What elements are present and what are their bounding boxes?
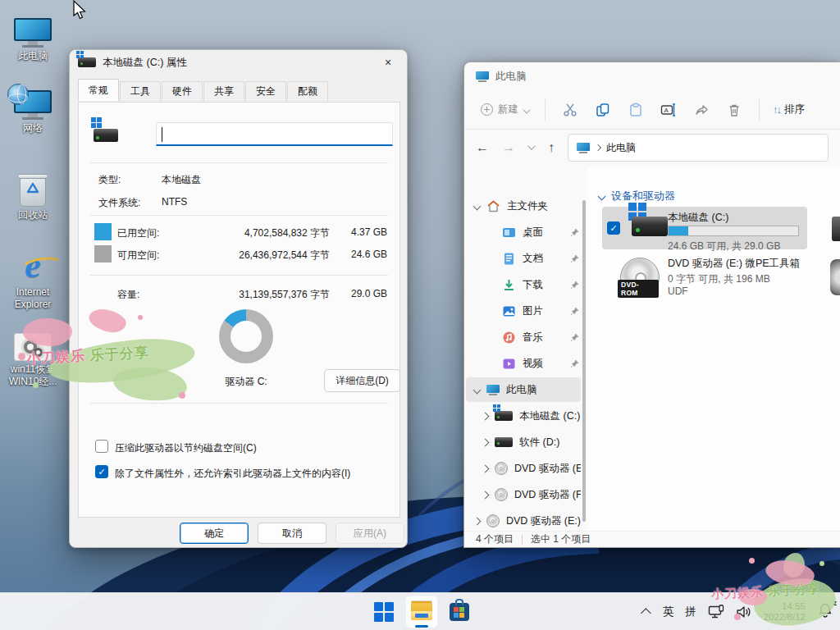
chevron-expanded-icon[interactable] [473,202,482,210]
desktop-icon-internet-explorer[interactable]: e Internet Explorer [3,243,62,311]
explorer-titlebar[interactable]: 此电脑 [464,62,840,90]
explorer-nav-row: ← → ↑ 此电脑 [464,130,840,166]
share-button[interactable] [685,97,718,123]
ime-pinyin-indicator[interactable]: 拼 [685,605,696,619]
sidebar-item-documents[interactable]: 文档 [466,246,581,271]
chevron-collapsed-icon[interactable] [473,517,482,525]
notification-bell[interactable]: z [817,602,833,621]
sidebar-item-dvd-e[interactable]: DVD 驱动器 (E:) [466,456,581,481]
pictures-icon [502,304,516,318]
forward-button[interactable]: → [502,140,515,155]
sidebar-item-pictures[interactable]: 图片 [466,299,581,323]
sidebar-item-dvd-root[interactable]: DVD 驱动器 (E:) [466,509,581,531]
desktop-icon-label: 网络 [3,122,62,135]
item-checkbox[interactable]: ✓ [607,221,620,235]
chevron-collapsed-icon[interactable] [482,491,490,499]
tab-hardware[interactable]: 硬件 [162,81,203,101]
sidebar-label: 软件 (D:) [519,436,581,450]
tab-general[interactable]: 常规 [78,79,119,101]
up-button[interactable]: ↑ [548,140,555,155]
drive-c-icon [495,411,513,421]
start-button[interactable] [368,596,400,628]
paste-button[interactable] [619,97,652,123]
compress-checkbox-label: 压缩此驱动器以节约磁盘空间(C) [115,441,257,455]
sidebar-item-this-pc[interactable]: 此电脑 [466,377,581,402]
new-button[interactable]: 新建 [474,98,536,121]
sidebar-label: 本地磁盘 (C:) [519,409,581,423]
used-space-label: 已用空间: [117,226,159,240]
index-checkbox[interactable]: ✓ [95,465,108,478]
close-button[interactable]: × [372,52,404,73]
delete-button[interactable] [718,97,751,123]
network-icon [14,90,52,120]
tab-sharing[interactable]: 共享 [203,81,244,101]
partial-dvd-icon [830,259,840,295]
desktop-icon-this-pc[interactable]: 此电脑 [3,10,62,62]
sidebar-label: 音乐 [523,331,564,345]
breadcrumb-root[interactable]: 此电脑 [606,141,636,155]
back-button[interactable]: ← [476,140,489,155]
ime-language-indicator[interactable]: 英 [663,605,674,619]
volume-label-input[interactable] [156,122,393,146]
taskbar-microsoft-store[interactable] [443,596,476,628]
drive-item-c[interactable]: ✓ 本地磁盘 (C:) 24.6 GB 可用, 共 29.0 GB [602,207,807,249]
rename-button[interactable]: A [652,97,685,123]
address-bar[interactable]: 此电脑 [568,134,829,162]
type-label: 类型: [98,173,121,187]
sidebar-item-videos[interactable]: 视频 [466,351,581,376]
tab-security[interactable]: 安全 [245,81,286,101]
compress-checkbox[interactable] [95,440,108,453]
details-button[interactable]: 详细信息(D) [324,369,400,392]
desktop-icon-network[interactable]: 网络 [3,82,62,135]
sidebar-item-downloads[interactable]: 下载 [466,272,581,297]
sidebar-item-dvd-f[interactable]: DVD 驱动器 (F:) [466,482,581,507]
capacity-bytes: 31,139,557,376 字节 [199,288,330,302]
sidebar-item-drive-c[interactable]: 本地磁盘 (C:) [466,404,581,428]
partial-drive-icon [832,217,840,241]
clock-time: 14:55 [764,601,806,612]
toolbar-separator [759,99,760,121]
copy-button[interactable] [587,97,619,123]
sidebar-item-home[interactable]: 主文件夹 [466,194,581,218]
chevron-collapsed-icon[interactable] [482,438,490,446]
taskbar-clock[interactable]: 14:55 2022/8/12 [764,601,806,623]
drive-icon [78,57,96,67]
used-space-bytes: 4,702,584,832 字节 [199,226,330,240]
chevron-collapsed-icon[interactable] [482,412,490,420]
history-chevron-icon[interactable] [527,142,536,150]
drive-item-dvd-e[interactable]: DVD-ROM DVD 驱动器 (E:) 微PE工具箱 0 字节 可用, 共 1… [602,253,807,304]
desktop-icon-recycle-bin[interactable]: 回收站 [3,169,62,221]
section-devices-and-drives[interactable]: 设备和驱动器 [599,189,675,203]
dialog-title: 本地磁盘 (C:) 属性 [103,56,187,70]
sidebar-scrollbar[interactable] [582,200,586,522]
tab-quota[interactable]: 配额 [287,81,328,101]
dialog-titlebar[interactable]: 本地磁盘 (C:) 属性 [70,50,407,75]
section-header-label: 设备和驱动器 [611,189,675,203]
explorer-window: 此电脑 新建 [463,62,840,548]
drive-c-icon [632,217,668,236]
network-icon[interactable] [708,605,724,619]
pin-icon [570,254,579,263]
sidebar-item-music[interactable]: 音乐 [466,325,581,349]
desktop-icon-win11-restore[interactable]: win11恢复 WIN10经... [3,330,62,388]
separator [90,403,388,404]
downloads-icon [502,278,516,292]
volume-icon[interactable] [736,605,752,619]
apply-button[interactable]: 应用(A) [336,523,404,544]
share-icon [694,103,709,117]
taskbar-file-explorer[interactable] [405,596,438,628]
tab-page-general: 类型: 本地磁盘 文件系统: NTFS 已用空间: 4,702,584,832 … [78,102,400,518]
plus-icon [481,103,493,116]
sidebar-item-desktop[interactable]: 桌面 [466,220,581,244]
chevron-collapsed-icon[interactable] [482,464,490,472]
tray-overflow-chevron-icon[interactable] [641,608,651,619]
drive-format: UDF [668,285,688,297]
drive-info: 24.6 GB 可用, 共 29.0 GB [668,240,780,253]
cut-button[interactable] [554,97,587,123]
cancel-button[interactable]: 取消 [258,523,326,544]
sidebar-item-drive-d[interactable]: 软件 (D:) [466,430,581,454]
chevron-expanded-icon[interactable] [473,386,482,394]
sort-button[interactable]: ↑↓ 排序 [768,98,810,121]
ok-button[interactable]: 确定 [180,523,249,544]
tab-tools[interactable]: 工具 [120,81,161,101]
